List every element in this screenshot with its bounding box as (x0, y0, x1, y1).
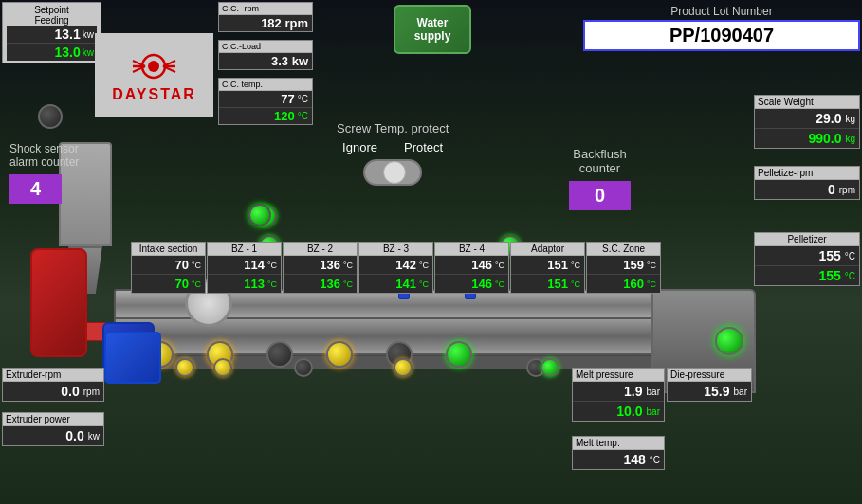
zone-val1-6: 159°C (587, 256, 660, 274)
ignore-label: Ignore (342, 140, 377, 154)
extruder-rpm-val: 0.0 rpm (3, 382, 103, 401)
product-lot-value: PP/1090407 (583, 20, 860, 51)
cc-load-value: 3.3 kw (219, 53, 312, 69)
zone-title-1: BZ - 1 (208, 243, 281, 256)
die-pressure-val: 15.9 bar (668, 382, 751, 401)
zone-val2-1: 113°C (208, 274, 281, 293)
zone-val2-5: 151°C (511, 274, 584, 293)
zones-row: Intake section70°C70°CBZ - 1114°C113°CBZ… (131, 242, 661, 294)
zone-panel-5: Adaptor151°C151°C (510, 242, 585, 294)
extruder-rpm-panel: Extruder-rpm 0.0 rpm (2, 368, 104, 402)
backflush-label1: Backflush (569, 147, 631, 161)
melt-pressure-val1: 1.9 bar (573, 382, 664, 401)
setpoint-value2: 13.0 (9, 45, 81, 60)
cc-rpm-label: C.C.- rpm (219, 3, 312, 15)
zone-val2-6: 160°C (587, 274, 660, 293)
zone-val2-4: 146°C (435, 274, 508, 293)
water-supply-button[interactable]: Water supply (394, 5, 471, 54)
product-lot-section: Product Lot Number PP/1090407 (583, 5, 860, 51)
zone-panel-0: Intake section70°C70°C (131, 242, 206, 294)
extruder-rpm-label: Extruder-rpm (3, 369, 103, 382)
led-machine-2 (213, 358, 232, 377)
melt-temp-panel: Melt temp. 148 °C (572, 436, 665, 470)
cc-temp-val2: 120 °C (219, 107, 312, 124)
setpoint-unit1: kw (83, 29, 94, 40)
led-4 (326, 341, 353, 368)
cc-load-panel: C.C.-Load 3.3 kw (218, 40, 313, 70)
water-supply-label: Water supply (414, 16, 451, 43)
backflush-section: Backflush counter 0 (569, 147, 631, 210)
melt-temp-val: 148 °C (573, 450, 664, 469)
zone-panel-3: BZ - 3142°C141°C (358, 242, 433, 294)
led-3 (266, 341, 293, 368)
setpoint-label: Setpoint Feeding (7, 5, 97, 26)
zone-title-4: BZ - 4 (435, 243, 508, 256)
zone-panel-2: BZ - 2136°C136°C (283, 242, 358, 294)
shock-sensor-label1: Shock sensor (9, 142, 79, 155)
zone-val1-0: 70°C (132, 256, 205, 274)
led-machine-1 (175, 358, 194, 377)
cc-temp-label: C.C. temp. (219, 79, 312, 91)
red-motor (30, 248, 87, 357)
zone-val2-0: 70°C (132, 274, 205, 293)
pelletize-rpm-label: Pelletize-rpm (755, 167, 859, 180)
product-lot-label: Product Lot Number (583, 5, 860, 18)
screw-temp-section: Screw Temp. protect Ignore Protect (337, 121, 449, 190)
pelletizer-val1: 155 °C (755, 246, 859, 265)
screw-temp-buttons: Ignore Protect (337, 140, 449, 154)
svg-point-4 (148, 61, 159, 72)
zone-val1-3: 142°C (359, 256, 432, 274)
zone-val1-1: 114°C (208, 256, 281, 274)
led-machine-4 (394, 358, 413, 377)
zone-title-2: BZ - 2 (284, 243, 357, 256)
cc-rpm-value: 182 rpm (219, 15, 312, 31)
shock-sensor-section: Shock sensor alarm counter 4 (9, 142, 79, 204)
pelletize-rpm-panel: Pelletize-rpm 0 rpm (754, 166, 860, 200)
cc-temp-panel: C.C. temp. 77 °C 120 °C (218, 78, 313, 125)
zone-val2-2: 136°C (284, 274, 357, 293)
led-machine-6 (541, 358, 559, 377)
melt-pressure-label: Melt pressure (573, 369, 664, 382)
pelletizer-val2: 155 °C (755, 265, 859, 285)
melt-temp-label: Melt temp. (573, 437, 664, 450)
setpoint-value1: 13.1 (9, 27, 81, 42)
zone-val1-4: 146°C (435, 256, 508, 274)
pelletizer-led (715, 327, 743, 355)
zone-panel-1: BZ - 1114°C113°C (207, 242, 282, 294)
shock-sensor-label2: alarm counter (9, 155, 79, 169)
daystar-text: DAYSTAR (112, 86, 196, 103)
cc-temp-val1: 77 °C (219, 91, 312, 107)
cc-rpm-panel: C.C.- rpm 182 rpm (218, 2, 313, 32)
toggle-knob (383, 161, 406, 184)
backflush-label2: counter (569, 161, 631, 175)
zone-title-0: Intake section (132, 243, 205, 256)
die-pressure-panel: Die-pressure 15.9 bar (667, 368, 752, 402)
zone-panel-4: BZ - 4146°C146°C (434, 242, 509, 294)
extruder-blue-body (104, 332, 161, 384)
scale-weight-panel: Scale Weight 29.0 kg 990.0 kg (754, 95, 860, 149)
led-green-top (248, 204, 271, 226)
extruder-power-panel: Extruder power 0.0 kw (2, 412, 104, 446)
led-6 (446, 341, 472, 368)
zone-title-5: Adaptor (511, 243, 584, 256)
die-pressure-label: Die-pressure (668, 369, 751, 382)
led-top-left (38, 104, 63, 129)
toggle-switch[interactable] (363, 159, 422, 186)
scale-weight-label: Scale Weight (755, 96, 859, 109)
melt-pressure-panel: Melt pressure 1.9 bar 10.0 bar (572, 368, 665, 422)
extruder-power-label: Extruder power (3, 413, 103, 426)
pelletizer-panel: Pelletizer 155 °C 155 °C (754, 232, 860, 286)
led-machine-3 (294, 358, 313, 377)
extruder-power-val: 0.0 kw (3, 426, 103, 445)
shock-counter-value: 4 (9, 174, 62, 204)
setpoint-unit2: kw (83, 47, 94, 58)
melt-pressure-val2: 10.0 bar (573, 401, 664, 421)
pelletize-rpm-val: 0 rpm (755, 180, 859, 199)
zone-val1-5: 151°C (511, 256, 584, 274)
cc-load-label: C.C.-Load (219, 41, 312, 53)
zone-title-6: S.C. Zone (587, 243, 660, 256)
protect-label: Protect (404, 140, 443, 154)
screw-temp-label: Screw Temp. protect (337, 121, 449, 135)
scale-weight-val2: 990.0 kg (755, 128, 859, 148)
daystar-logo: DAYSTAR (95, 33, 213, 117)
